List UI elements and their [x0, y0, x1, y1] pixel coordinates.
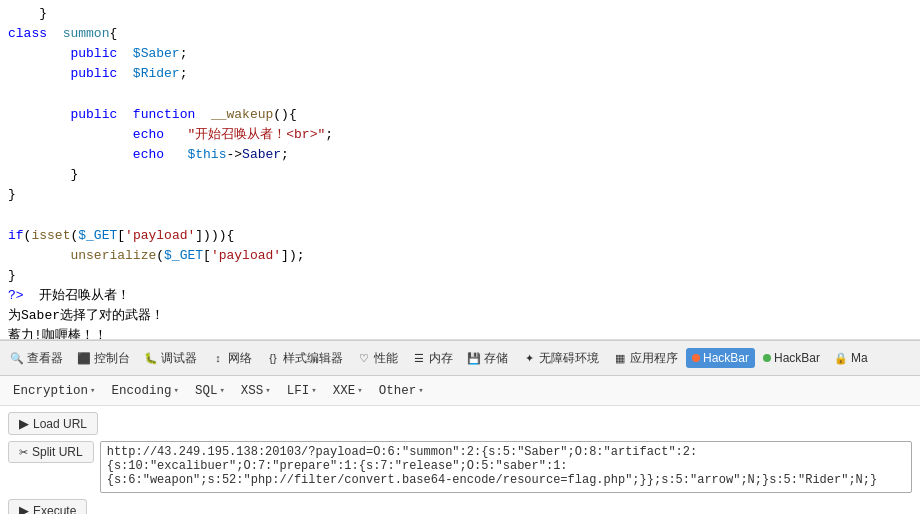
code-line: public $Saber;	[8, 44, 912, 64]
code-line	[8, 85, 912, 105]
code-line	[8, 205, 912, 225]
devtools-tab-hackbar2-label: HackBar	[774, 351, 820, 365]
hackbar-menu-xxe[interactable]: XXE ▾	[326, 382, 370, 400]
devtools-tab-network-label: 网络	[228, 350, 252, 367]
code-line: 蓄力!咖喱棒！！	[8, 326, 912, 340]
hackbar-row1: ▶ Load URL	[8, 412, 912, 435]
inspector-icon: 🔍	[10, 351, 24, 365]
hackbar-row3: ▶ Execute	[8, 499, 912, 514]
performance-icon: ♡	[357, 351, 371, 365]
accessibility-icon: ✦	[522, 351, 536, 365]
code-line: }	[8, 4, 912, 24]
code-line: }	[8, 165, 912, 185]
code-line: }	[8, 185, 912, 205]
split-url-icon: ✂	[19, 446, 28, 459]
devtools-tab-memory-label: 内存	[429, 350, 453, 367]
code-line: echo $this->Saber;	[8, 145, 912, 165]
debugger-icon: 🐛	[144, 351, 158, 365]
devtools-tab-console[interactable]: ⬛ 控制台	[71, 347, 136, 370]
other-chevron-icon: ▾	[418, 385, 423, 396]
code-line: public function __wakeup(){	[8, 105, 912, 125]
encryption-chevron-icon: ▾	[90, 385, 95, 396]
devtools-tab-hackbar1-label: HackBar	[703, 351, 749, 365]
code-line: if(isset($_GET['payload']))){	[8, 226, 912, 246]
execute-button[interactable]: ▶ Execute	[8, 499, 87, 514]
network-icon: ↕	[211, 351, 225, 365]
execute-icon: ▶	[19, 503, 29, 514]
devtools-tab-debugger[interactable]: 🐛 调试器	[138, 347, 203, 370]
devtools-tab-style-editor[interactable]: {} 样式编辑器	[260, 347, 349, 370]
application-icon: ▦	[613, 351, 627, 365]
hackbar-lfi-label: LFI	[287, 384, 310, 398]
devtools-tab-application[interactable]: ▦ 应用程序	[607, 347, 684, 370]
storage-icon: 💾	[467, 351, 481, 365]
code-line: class summon{	[8, 24, 912, 44]
devtools-tab-console-label: 控制台	[94, 350, 130, 367]
devtools-tab-ma-label: Ma	[851, 351, 868, 365]
encoding-chevron-icon: ▾	[173, 385, 178, 396]
hackbar-menu-lfi[interactable]: LFI ▾	[280, 382, 324, 400]
hackbar-actions: ▶ Load URL ✂ Split URL ▶ Execute	[0, 406, 920, 514]
hackbar-menu-encoding[interactable]: Encoding ▾	[104, 382, 185, 400]
style-editor-icon: {}	[266, 351, 280, 365]
code-line: public $Rider;	[8, 64, 912, 84]
hackbar-menu-xss[interactable]: XSS ▾	[234, 382, 278, 400]
hackbar-menu-encryption[interactable]: Encryption ▾	[6, 382, 102, 400]
devtools-tab-inspector[interactable]: 🔍 查看器	[4, 347, 69, 370]
devtools-tab-performance-label: 性能	[374, 350, 398, 367]
devtools-bar: 🔍 查看器 ⬛ 控制台 🐛 调试器 ↕ 网络 {} 样式编辑器 ♡ 性能 ☰ 内…	[0, 340, 920, 376]
devtools-tab-application-label: 应用程序	[630, 350, 678, 367]
devtools-tab-hackbar2[interactable]: HackBar	[757, 348, 826, 368]
hackbar2-dot-icon	[763, 354, 771, 362]
devtools-tab-network[interactable]: ↕ 网络	[205, 347, 258, 370]
devtools-tab-inspector-label: 查看器	[27, 350, 63, 367]
code-line: ?> 开始召唤从者！	[8, 286, 912, 306]
devtools-tab-storage-label: 存储	[484, 350, 508, 367]
devtools-tab-accessibility[interactable]: ✦ 无障碍环境	[516, 347, 605, 370]
hackbar-row2: ✂ Split URL	[8, 441, 912, 493]
code-line: 为Saber选择了对的武器！	[8, 306, 912, 326]
load-url-label: Load URL	[33, 417, 87, 431]
split-url-label: Split URL	[32, 445, 83, 459]
hackbar-encoding-label: Encoding	[111, 384, 171, 398]
hackbar-toolbar: Encryption ▾ Encoding ▾ SQL ▾ XSS ▾ LFI …	[0, 376, 920, 406]
devtools-tab-memory[interactable]: ☰ 内存	[406, 347, 459, 370]
hackbar-encryption-label: Encryption	[13, 384, 88, 398]
load-url-icon: ▶	[19, 416, 29, 431]
devtools-tab-debugger-label: 调试器	[161, 350, 197, 367]
xss-chevron-icon: ▾	[265, 385, 270, 396]
devtools-tab-style-label: 样式编辑器	[283, 350, 343, 367]
hackbar-sql-label: SQL	[195, 384, 218, 398]
devtools-tab-ma[interactable]: 🔒 Ma	[828, 348, 874, 368]
url-input[interactable]	[100, 441, 912, 493]
hackbar-menu-other[interactable]: Other ▾	[372, 382, 431, 400]
memory-icon: ☰	[412, 351, 426, 365]
devtools-tab-accessibility-label: 无障碍环境	[539, 350, 599, 367]
hackbar-xss-label: XSS	[241, 384, 264, 398]
load-url-button[interactable]: ▶ Load URL	[8, 412, 98, 435]
code-line: unserialize($_GET['payload']);	[8, 246, 912, 266]
console-icon: ⬛	[77, 351, 91, 365]
hackbar-other-label: Other	[379, 384, 417, 398]
execute-label: Execute	[33, 504, 76, 515]
hackbar-xxe-label: XXE	[333, 384, 356, 398]
hackbar-menu-sql[interactable]: SQL ▾	[188, 382, 232, 400]
hackbar1-dot-icon	[692, 354, 700, 362]
devtools-tab-performance[interactable]: ♡ 性能	[351, 347, 404, 370]
sql-chevron-icon: ▾	[219, 385, 224, 396]
code-line: echo "开始召唤从者！<br>";	[8, 125, 912, 145]
split-url-button[interactable]: ✂ Split URL	[8, 441, 94, 463]
xxe-chevron-icon: ▾	[357, 385, 362, 396]
devtools-tab-hackbar1[interactable]: HackBar	[686, 348, 755, 368]
code-area: } class summon{ public $Saber; public $R…	[0, 0, 920, 340]
lfi-chevron-icon: ▾	[311, 385, 316, 396]
code-line: }	[8, 266, 912, 286]
lock-icon: 🔒	[834, 351, 848, 365]
devtools-tab-storage[interactable]: 💾 存储	[461, 347, 514, 370]
